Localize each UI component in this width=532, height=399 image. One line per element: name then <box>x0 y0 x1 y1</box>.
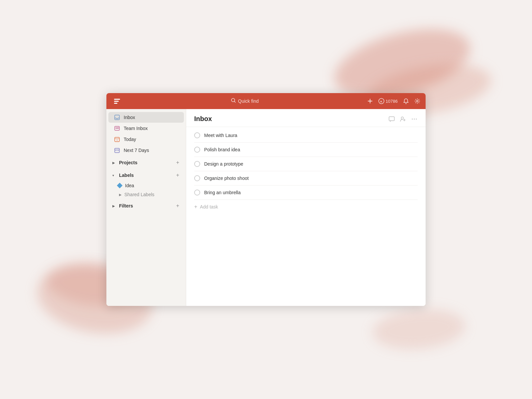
add-task-text: Add task <box>200 204 218 209</box>
task-item-task-3[interactable]: Design a prototype <box>194 157 418 171</box>
svg-line-4 <box>234 101 235 102</box>
content-panel: Inbox <box>186 109 426 306</box>
task-list: Meet with LauraPolish brand ideaDesign a… <box>186 127 426 306</box>
sidebar-item-team-inbox[interactable]: Team Inbox <box>108 123 184 134</box>
karma-badge[interactable]: K 10786 <box>378 98 398 104</box>
task-item-task-2[interactable]: Polish brand idea <box>194 143 418 157</box>
svg-text:T: T <box>116 139 118 141</box>
svg-rect-2 <box>114 103 117 104</box>
comment-icon <box>388 116 395 122</box>
svg-rect-1 <box>114 101 119 102</box>
karma-icon: K <box>378 98 384 104</box>
sidebar: Inbox Team Inbox <box>106 109 186 306</box>
svg-point-9 <box>417 100 418 102</box>
labels-section-label: Labels <box>119 173 174 178</box>
comments-button[interactable] <box>388 116 395 122</box>
svg-text:K: K <box>380 100 382 103</box>
filters-chevron-icon: ▶ <box>112 204 117 208</box>
search-placeholder-text: Quick find <box>238 98 259 104</box>
svg-point-13 <box>117 127 119 129</box>
svg-point-12 <box>116 127 117 129</box>
header: Quick find K 10786 <box>106 93 426 109</box>
app-window: Quick find K 10786 <box>106 93 426 306</box>
sidebar-label-idea[interactable]: Idea <box>108 181 184 190</box>
main-content: Inbox Team Inbox <box>106 109 426 306</box>
add-button[interactable] <box>367 98 373 104</box>
projects-chevron-icon: ▶ <box>112 161 117 165</box>
more-options-icon <box>411 116 418 122</box>
shared-labels-text: Shared Labels <box>124 192 154 197</box>
filters-section-label: Filters <box>119 203 174 208</box>
notifications-button[interactable] <box>403 98 409 104</box>
add-person-button[interactable] <box>400 116 406 122</box>
svg-rect-19 <box>115 150 116 151</box>
more-options-button[interactable] <box>411 116 418 122</box>
inbox-icon <box>114 114 120 121</box>
brush-decoration-5 <box>371 305 467 353</box>
svg-rect-10 <box>115 115 119 120</box>
labels-add-button[interactable]: + <box>176 172 180 179</box>
header-actions: K 10786 <box>367 98 420 104</box>
next-7-days-label: Next 7 Days <box>124 148 179 153</box>
task-checkbox-task-3[interactable] <box>194 161 200 167</box>
task-label-task-2: Polish brand idea <box>204 147 418 152</box>
add-task-plus-icon: + <box>194 204 197 210</box>
sidebar-shared-labels[interactable]: ▶ Shared Labels <box>108 190 184 199</box>
sidebar-section-labels[interactable]: ▾ Labels + <box>108 170 184 181</box>
svg-point-26 <box>412 118 413 119</box>
settings-button[interactable] <box>414 98 420 104</box>
sidebar-item-today[interactable]: T Today <box>108 134 184 145</box>
svg-rect-21 <box>118 150 119 151</box>
projects-add-button[interactable]: + <box>176 159 180 166</box>
sidebar-section-projects[interactable]: ▶ Projects + <box>108 157 184 168</box>
idea-label-text: Idea <box>125 183 134 188</box>
projects-section-label: Projects <box>119 160 174 165</box>
task-item-task-1[interactable]: Meet with Laura <box>194 128 418 143</box>
inbox-label: Inbox <box>124 115 179 120</box>
task-label-task-3: Design a prototype <box>204 161 418 167</box>
add-person-icon <box>400 116 406 122</box>
logo-button[interactable] <box>112 96 122 106</box>
task-checkbox-task-5[interactable] <box>194 190 200 196</box>
sidebar-item-next-7-days[interactable]: Next 7 Days <box>108 145 184 156</box>
filters-add-button[interactable]: + <box>176 202 180 209</box>
svg-point-28 <box>416 118 417 119</box>
search-bar[interactable]: Quick find <box>122 98 367 104</box>
svg-point-27 <box>414 118 415 119</box>
gear-icon <box>414 98 420 104</box>
page-title: Inbox <box>194 115 388 123</box>
sidebar-section-filters[interactable]: ▶ Filters + <box>108 200 184 211</box>
team-inbox-label: Team Inbox <box>124 126 179 131</box>
task-label-task-1: Meet with Laura <box>204 133 418 138</box>
svg-rect-0 <box>114 99 120 100</box>
task-label-task-4: Organize photo shoot <box>204 176 418 181</box>
svg-point-23 <box>401 117 404 119</box>
team-inbox-icon <box>114 125 120 132</box>
task-item-task-5[interactable]: Bring an umbrella <box>194 186 418 200</box>
content-header-actions <box>388 116 418 122</box>
task-label-task-5: Bring an umbrella <box>204 190 418 195</box>
content-header: Inbox <box>186 109 426 127</box>
next-7-days-icon <box>114 147 120 154</box>
svg-rect-20 <box>117 150 117 151</box>
karma-count: 10786 <box>386 99 398 104</box>
sidebar-item-inbox[interactable]: Inbox <box>108 112 184 123</box>
labels-chevron-icon: ▾ <box>112 174 117 177</box>
shared-labels-chevron-icon: ▶ <box>119 193 122 197</box>
svg-rect-22 <box>389 117 394 121</box>
task-checkbox-task-2[interactable] <box>194 147 200 153</box>
today-icon: T <box>114 136 120 143</box>
bell-icon <box>403 98 409 104</box>
add-task-button[interactable]: +Add task <box>194 200 418 214</box>
task-checkbox-task-4[interactable] <box>194 175 200 181</box>
task-checkbox-task-1[interactable] <box>194 132 200 138</box>
today-label: Today <box>124 137 179 142</box>
logo-icon <box>113 97 121 105</box>
task-item-task-4[interactable]: Organize photo shoot <box>194 171 418 186</box>
search-icon <box>231 98 236 104</box>
idea-diamond-icon <box>117 183 123 189</box>
